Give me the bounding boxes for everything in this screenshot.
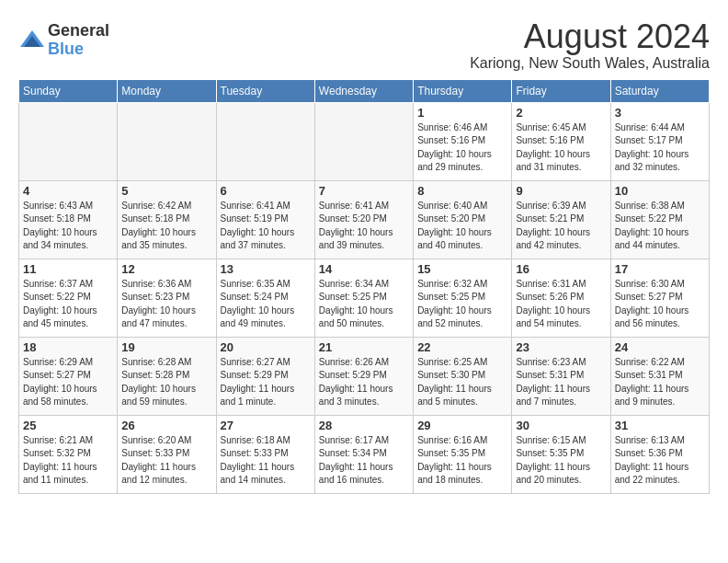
- day-number: 17: [615, 262, 705, 276]
- day-number: 1: [417, 106, 507, 120]
- day-info: Sunrise: 6:29 AMSunset: 5:27 PMDaylight:…: [23, 356, 113, 409]
- calendar-day-cell: 13Sunrise: 6:35 AMSunset: 5:24 PMDayligh…: [216, 259, 314, 337]
- logo-blue-text: Blue: [48, 40, 109, 59]
- day-info: Sunrise: 6:35 AMSunset: 5:24 PMDaylight:…: [221, 278, 311, 331]
- logo: General Blue: [18, 22, 109, 59]
- day-number: 25: [23, 419, 113, 432]
- calendar-day-cell: 21Sunrise: 6:26 AMSunset: 5:29 PMDayligh…: [314, 337, 413, 415]
- day-number: 3: [615, 106, 705, 120]
- calendar-day-cell: 11Sunrise: 6:37 AMSunset: 5:22 PMDayligh…: [19, 259, 118, 337]
- day-info: Sunrise: 6:15 AMSunset: 5:35 PMDaylight:…: [516, 434, 606, 488]
- day-number: 4: [23, 184, 113, 198]
- day-number: 8: [417, 184, 507, 198]
- calendar-day-cell: 14Sunrise: 6:34 AMSunset: 5:25 PMDayligh…: [314, 259, 413, 337]
- day-number: 22: [417, 340, 507, 354]
- day-number: 2: [516, 106, 606, 120]
- day-number: 20: [221, 340, 311, 354]
- day-number: 7: [319, 184, 409, 198]
- day-of-week-header: Saturday: [610, 79, 709, 102]
- calendar-day-cell: [118, 102, 216, 180]
- calendar-day-cell: 7Sunrise: 6:41 AMSunset: 5:20 PMDaylight…: [314, 180, 413, 259]
- day-info: Sunrise: 6:40 AMSunset: 5:20 PMDaylight:…: [417, 200, 507, 253]
- calendar-day-cell: 15Sunrise: 6:32 AMSunset: 5:25 PMDayligh…: [414, 259, 512, 337]
- calendar-day-cell: 30Sunrise: 6:15 AMSunset: 5:35 PMDayligh…: [512, 415, 610, 493]
- calendar-day-cell: 26Sunrise: 6:20 AMSunset: 5:33 PMDayligh…: [118, 415, 216, 493]
- calendar-day-cell: 5Sunrise: 6:42 AMSunset: 5:18 PMDaylight…: [118, 180, 216, 259]
- day-number: 12: [121, 262, 211, 276]
- day-number: 5: [121, 184, 211, 198]
- calendar-day-cell: [19, 102, 118, 180]
- calendar-day-cell: 2Sunrise: 6:45 AMSunset: 5:16 PMDaylight…: [512, 102, 610, 180]
- month-year-title: August 2024: [470, 18, 710, 55]
- day-info: Sunrise: 6:41 AMSunset: 5:20 PMDaylight:…: [319, 200, 409, 253]
- day-number: 30: [516, 419, 606, 432]
- day-of-week-header: Sunday: [19, 79, 118, 102]
- day-info: Sunrise: 6:36 AMSunset: 5:23 PMDaylight:…: [121, 278, 211, 331]
- logo-icon: [18, 27, 46, 54]
- day-number: 19: [121, 340, 211, 354]
- calendar-day-cell: [314, 102, 413, 180]
- day-number: 28: [319, 419, 409, 432]
- logo-general-text: General: [48, 22, 109, 40]
- day-info: Sunrise: 6:30 AMSunset: 5:27 PMDaylight:…: [615, 278, 705, 331]
- day-number: 23: [516, 340, 606, 354]
- calendar-week-row: 11Sunrise: 6:37 AMSunset: 5:22 PMDayligh…: [19, 259, 710, 337]
- calendar-day-cell: 25Sunrise: 6:21 AMSunset: 5:32 PMDayligh…: [19, 415, 118, 493]
- calendar-day-cell: 19Sunrise: 6:28 AMSunset: 5:28 PMDayligh…: [118, 337, 216, 415]
- day-of-week-header: Wednesday: [314, 79, 413, 102]
- day-info: Sunrise: 6:23 AMSunset: 5:31 PMDaylight:…: [516, 356, 606, 409]
- calendar-day-cell: 10Sunrise: 6:38 AMSunset: 5:22 PMDayligh…: [610, 180, 709, 259]
- day-info: Sunrise: 6:41 AMSunset: 5:19 PMDaylight:…: [221, 200, 311, 253]
- day-info: Sunrise: 6:43 AMSunset: 5:18 PMDaylight:…: [23, 200, 113, 253]
- day-number: 6: [221, 184, 311, 198]
- day-info: Sunrise: 6:21 AMSunset: 5:32 PMDaylight:…: [23, 434, 113, 488]
- calendar-day-cell: 31Sunrise: 6:13 AMSunset: 5:36 PMDayligh…: [610, 415, 709, 493]
- day-number: 29: [417, 419, 507, 432]
- day-info: Sunrise: 6:37 AMSunset: 5:22 PMDaylight:…: [23, 278, 113, 331]
- day-info: Sunrise: 6:42 AMSunset: 5:18 PMDaylight:…: [121, 200, 211, 253]
- day-info: Sunrise: 6:38 AMSunset: 5:22 PMDaylight:…: [615, 200, 705, 253]
- day-info: Sunrise: 6:31 AMSunset: 5:26 PMDaylight:…: [516, 278, 606, 331]
- day-info: Sunrise: 6:45 AMSunset: 5:16 PMDaylight:…: [516, 121, 606, 175]
- calendar-day-cell: 20Sunrise: 6:27 AMSunset: 5:29 PMDayligh…: [216, 337, 314, 415]
- day-info: Sunrise: 6:34 AMSunset: 5:25 PMDaylight:…: [319, 278, 409, 331]
- title-section: August 2024 Kariong, New South Wales, Au…: [470, 18, 710, 72]
- day-info: Sunrise: 6:26 AMSunset: 5:29 PMDaylight:…: [319, 356, 409, 409]
- calendar-week-row: 1Sunrise: 6:46 AMSunset: 5:16 PMDaylight…: [19, 102, 710, 180]
- day-number: 10: [615, 184, 705, 198]
- day-number: 24: [615, 340, 705, 354]
- calendar-day-cell: 3Sunrise: 6:44 AMSunset: 5:17 PMDaylight…: [610, 102, 709, 180]
- day-of-week-header: Friday: [512, 79, 610, 102]
- calendar-day-cell: 8Sunrise: 6:40 AMSunset: 5:20 PMDaylight…: [414, 180, 512, 259]
- calendar-day-cell: 23Sunrise: 6:23 AMSunset: 5:31 PMDayligh…: [512, 337, 610, 415]
- calendar-table: SundayMondayTuesdayWednesdayThursdayFrid…: [18, 79, 710, 494]
- calendar-week-row: 18Sunrise: 6:29 AMSunset: 5:27 PMDayligh…: [19, 337, 710, 415]
- page-header: General Blue August 2024 Kariong, New So…: [18, 18, 710, 72]
- day-number: 16: [516, 262, 606, 276]
- day-number: 15: [417, 262, 507, 276]
- day-number: 14: [319, 262, 409, 276]
- calendar-day-cell: 6Sunrise: 6:41 AMSunset: 5:19 PMDaylight…: [216, 180, 314, 259]
- calendar-week-row: 4Sunrise: 6:43 AMSunset: 5:18 PMDaylight…: [19, 180, 710, 259]
- calendar-day-cell: 28Sunrise: 6:17 AMSunset: 5:34 PMDayligh…: [314, 415, 413, 493]
- day-number: 18: [23, 340, 113, 354]
- day-info: Sunrise: 6:28 AMSunset: 5:28 PMDaylight:…: [121, 356, 211, 409]
- day-info: Sunrise: 6:17 AMSunset: 5:34 PMDaylight:…: [319, 434, 409, 488]
- day-info: Sunrise: 6:25 AMSunset: 5:30 PMDaylight:…: [417, 356, 507, 409]
- day-of-week-header: Thursday: [414, 79, 512, 102]
- calendar-day-cell: 16Sunrise: 6:31 AMSunset: 5:26 PMDayligh…: [512, 259, 610, 337]
- day-info: Sunrise: 6:27 AMSunset: 5:29 PMDaylight:…: [221, 356, 311, 409]
- day-number: 27: [221, 419, 311, 432]
- calendar-day-cell: 12Sunrise: 6:36 AMSunset: 5:23 PMDayligh…: [118, 259, 216, 337]
- day-number: 21: [319, 340, 409, 354]
- calendar-header-row: SundayMondayTuesdayWednesdayThursdayFrid…: [19, 79, 710, 102]
- calendar-day-cell: [216, 102, 314, 180]
- calendar-day-cell: 17Sunrise: 6:30 AMSunset: 5:27 PMDayligh…: [610, 259, 709, 337]
- day-info: Sunrise: 6:44 AMSunset: 5:17 PMDaylight:…: [615, 121, 705, 175]
- day-info: Sunrise: 6:46 AMSunset: 5:16 PMDaylight:…: [417, 121, 507, 175]
- calendar-day-cell: 4Sunrise: 6:43 AMSunset: 5:18 PMDaylight…: [19, 180, 118, 259]
- day-of-week-header: Monday: [118, 79, 216, 102]
- day-info: Sunrise: 6:16 AMSunset: 5:35 PMDaylight:…: [417, 434, 507, 488]
- day-info: Sunrise: 6:39 AMSunset: 5:21 PMDaylight:…: [516, 200, 606, 253]
- calendar-day-cell: 27Sunrise: 6:18 AMSunset: 5:33 PMDayligh…: [216, 415, 314, 493]
